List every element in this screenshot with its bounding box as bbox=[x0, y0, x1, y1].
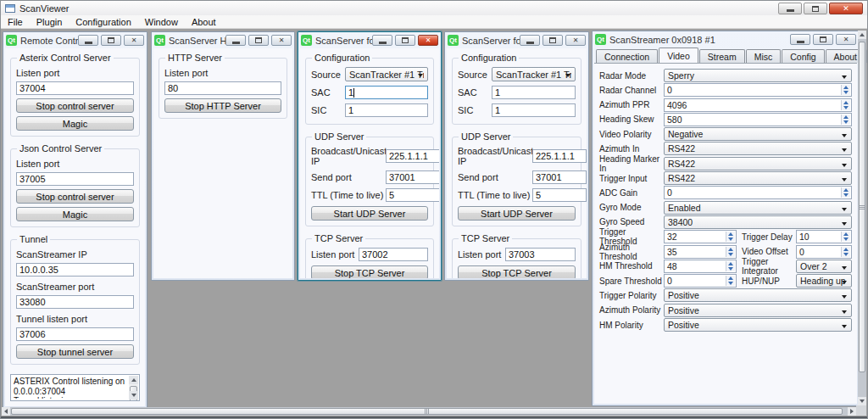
mdi-vertical-scrollbar[interactable] bbox=[858, 31, 866, 405]
scroll-down-arrow[interactable] bbox=[129, 391, 138, 399]
asterix2-titlebar[interactable]: Qt ScanServer for Asteri... ✕ bbox=[445, 32, 588, 48]
radar-mode-combo[interactable]: Sperry bbox=[664, 69, 852, 82]
trigger-input-combo[interactable]: RS422 bbox=[664, 171, 852, 185]
restore-button[interactable] bbox=[813, 34, 833, 45]
minimize-button[interactable] bbox=[372, 35, 392, 46]
json-magic-button[interactable]: Magic bbox=[16, 207, 134, 221]
remote-titlebar[interactable]: Qt Remote Control #1 ✕ bbox=[3, 32, 147, 48]
close-button[interactable]: ✕ bbox=[565, 35, 586, 46]
close-button[interactable]: ✕ bbox=[124, 35, 144, 46]
scroll-up-arrow[interactable] bbox=[858, 31, 866, 39]
spinner-buttons[interactable] bbox=[841, 232, 850, 242]
gyro-speed-combo[interactable]: 38400 bbox=[664, 215, 852, 229]
broadcast-unicast-ip-input[interactable] bbox=[386, 149, 439, 163]
close-button[interactable]: ✕ bbox=[271, 35, 292, 46]
azimuth-ppr-spin[interactable]: 4096 bbox=[664, 98, 852, 112]
spinner-buttons[interactable] bbox=[726, 232, 735, 242]
menu-window[interactable]: Window bbox=[138, 16, 185, 28]
restore-button[interactable] bbox=[395, 35, 415, 46]
azimuth-in-combo[interactable]: RS422 bbox=[664, 142, 852, 155]
menu-file[interactable]: File bbox=[1, 16, 30, 28]
close-button[interactable]: ✕ bbox=[829, 3, 863, 14]
restore-button[interactable] bbox=[101, 35, 121, 46]
adc-gain-spin[interactable]: 0 bbox=[664, 186, 852, 199]
minimize-button[interactable] bbox=[78, 35, 98, 46]
scroll-up-arrow[interactable] bbox=[129, 376, 138, 384]
restore-button[interactable] bbox=[248, 35, 269, 46]
menu-configuration[interactable]: Configuration bbox=[69, 16, 137, 28]
send-port-input[interactable] bbox=[532, 170, 587, 184]
asterix-magic-button[interactable]: Magic bbox=[16, 116, 134, 131]
scroll-thumb[interactable] bbox=[859, 42, 865, 372]
spinner-buttons[interactable] bbox=[841, 100, 850, 110]
minimize-button[interactable] bbox=[778, 3, 802, 14]
tab-status[interactable]: Status bbox=[866, 49, 867, 63]
minimize-button[interactable] bbox=[225, 35, 246, 46]
spinner-buttons[interactable] bbox=[841, 115, 850, 125]
scanstreamer-port-input[interactable] bbox=[16, 295, 134, 309]
spare-threshold-spin[interactable]: 0 bbox=[664, 274, 737, 288]
tcp-listen-port-input[interactable] bbox=[505, 248, 576, 261]
spinner-buttons[interactable] bbox=[726, 247, 735, 257]
source-combo[interactable]: ScanTracker #1 Trackersource bbox=[492, 67, 576, 81]
close-button[interactable]: ✕ bbox=[836, 34, 856, 45]
trigger-delay-spin[interactable]: 10 bbox=[796, 230, 852, 243]
tab-video[interactable]: Video bbox=[659, 47, 698, 63]
tab-stream[interactable]: Stream bbox=[699, 49, 745, 63]
http-titlebar[interactable]: Qt ScanServer HTTP #1 ✕ bbox=[152, 32, 294, 48]
sac-input[interactable] bbox=[492, 86, 576, 99]
json-listen-port-input[interactable] bbox=[16, 172, 134, 186]
trigger-integrator-combo[interactable]: Over 2 bbox=[796, 260, 852, 273]
trigger-threshold-spin[interactable]: 32 bbox=[664, 230, 737, 243]
source-combo[interactable]: ScanTracker #1 Trackersource bbox=[345, 67, 428, 81]
heading-skew-spin[interactable]: 580 bbox=[664, 113, 852, 126]
tab-misc[interactable]: Misc bbox=[746, 49, 782, 63]
http-listen-port-input[interactable] bbox=[164, 81, 281, 95]
start-udp-server-button[interactable]: Start UDP Server bbox=[458, 206, 576, 221]
tab-connection[interactable]: Connection bbox=[596, 49, 658, 63]
spinner-buttons[interactable] bbox=[841, 85, 850, 95]
spinner-buttons[interactable] bbox=[841, 187, 850, 198]
minimize-button[interactable] bbox=[790, 34, 810, 45]
radar-channel-spin[interactable]: 0 bbox=[664, 83, 852, 97]
sic-input[interactable] bbox=[345, 103, 428, 117]
tab-config[interactable]: Config bbox=[782, 49, 824, 63]
stop-tcp-server-button[interactable]: Stop TCP Server bbox=[311, 265, 428, 278]
scroll-right-arrow[interactable] bbox=[848, 407, 856, 416]
video-polarity-combo[interactable]: Negative bbox=[664, 127, 852, 141]
azimuth-threshold-spin[interactable]: 35 bbox=[664, 245, 737, 259]
stop-tcp-server-button[interactable]: Stop TCP Server bbox=[458, 265, 576, 278]
ttl-input[interactable] bbox=[386, 188, 439, 202]
hm-threshold-spin[interactable]: 48 bbox=[664, 260, 737, 273]
sac-input[interactable] bbox=[345, 86, 428, 99]
asterix-stop-control-server-button[interactable]: Stop control server bbox=[16, 98, 134, 113]
gyro-mode-combo[interactable]: Enabled bbox=[664, 201, 852, 215]
menu-plugin[interactable]: Plugin bbox=[30, 16, 70, 28]
heading-marker-in-combo[interactable]: RS422 bbox=[664, 157, 852, 170]
tunnel-listen-port-input[interactable] bbox=[16, 327, 134, 341]
menu-about[interactable]: About bbox=[185, 16, 223, 28]
log-scrollbar[interactable] bbox=[129, 376, 138, 399]
log-output[interactable]: ASTERIX Control listening on 0.0.0.0:370… bbox=[10, 374, 140, 401]
start-udp-server-button[interactable]: Start UDP Server bbox=[311, 206, 428, 221]
scanstreamer-ip-input[interactable] bbox=[16, 263, 134, 277]
restore-button[interactable] bbox=[542, 35, 563, 46]
scanstreamer-titlebar[interactable]: Qt ScanStreamer 0x0918 #1 ✕ bbox=[593, 31, 859, 47]
scroll-down-arrow[interactable] bbox=[858, 397, 866, 405]
spinner-buttons[interactable] bbox=[841, 247, 850, 257]
json-stop-control-server-button[interactable]: Stop control server bbox=[16, 189, 134, 204]
maximize-button[interactable] bbox=[804, 3, 827, 14]
stop-tunnel-server-button[interactable]: Stop tunnel server bbox=[16, 344, 134, 359]
mdi-horizontal-scrollbar[interactable] bbox=[2, 407, 856, 416]
spinner-buttons[interactable] bbox=[726, 261, 735, 271]
azimuth-polarity-combo[interactable]: Positive bbox=[664, 304, 852, 317]
ttl-input[interactable] bbox=[532, 188, 587, 202]
tcp-listen-port-input[interactable] bbox=[359, 248, 428, 261]
asterix1-titlebar[interactable]: Qt ScanServer for Asteri... ✕ bbox=[298, 32, 441, 48]
trigger-polarity-combo[interactable]: Positive bbox=[664, 288, 852, 302]
main-titlebar[interactable]: ScanViewer ✕ bbox=[1, 1, 867, 15]
hm-polarity-combo[interactable]: Positive bbox=[664, 318, 852, 332]
spinner-buttons[interactable] bbox=[726, 276, 735, 286]
scroll-thumb[interactable] bbox=[11, 408, 843, 415]
send-port-input[interactable] bbox=[386, 170, 439, 184]
